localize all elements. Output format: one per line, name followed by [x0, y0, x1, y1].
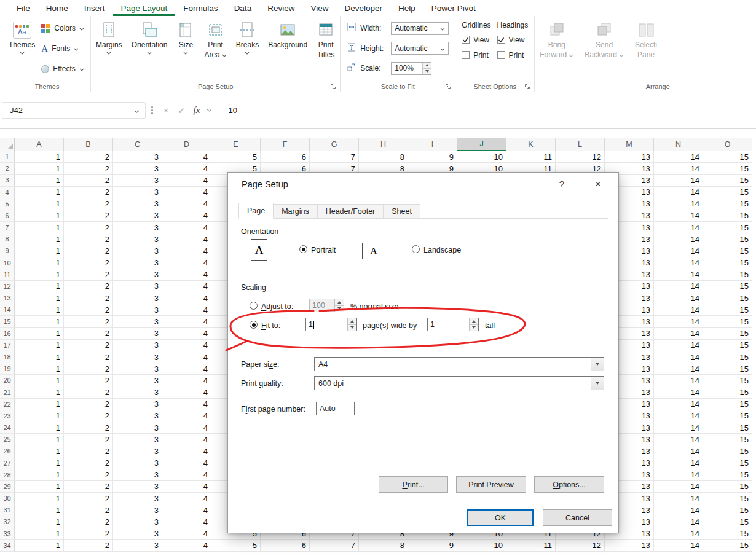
- row-header-22[interactable]: 22: [0, 399, 15, 410]
- cell-C20[interactable]: 3: [113, 375, 162, 386]
- cell-D8[interactable]: 4: [162, 233, 211, 245]
- cell-A33[interactable]: 1: [15, 528, 64, 540]
- dropdown-arrow-icon[interactable]: [591, 358, 604, 371]
- effects-button[interactable]: Effects: [39, 62, 87, 76]
- cell-A4[interactable]: 1: [15, 187, 64, 198]
- height-dropdown[interactable]: Automatic: [391, 42, 449, 55]
- selection-pane-button[interactable]: Selecti Pane: [632, 17, 660, 81]
- cell-C26[interactable]: 3: [113, 445, 162, 457]
- cell-N21[interactable]: 14: [654, 386, 703, 398]
- cell-A1[interactable]: 1: [15, 151, 64, 163]
- print-titles-button[interactable]: Print Titles: [314, 17, 337, 81]
- cell-O4[interactable]: 15: [703, 187, 752, 198]
- cell-B19[interactable]: 2: [64, 363, 113, 375]
- row-header-20[interactable]: 20: [0, 375, 15, 386]
- cell-N18[interactable]: 14: [654, 351, 703, 363]
- row-header-13[interactable]: 13: [0, 292, 15, 304]
- cell-A10[interactable]: 1: [15, 257, 64, 269]
- fit-to-radio[interactable]: [250, 321, 258, 329]
- cell-A16[interactable]: 1: [15, 328, 64, 340]
- cell-N34[interactable]: 14: [654, 540, 703, 552]
- row-header-4[interactable]: 4: [0, 187, 15, 198]
- cell-A22[interactable]: 1: [15, 399, 64, 410]
- cell-B24[interactable]: 2: [64, 422, 113, 434]
- cell-D27[interactable]: 4: [162, 457, 211, 469]
- row-header-31[interactable]: 31: [0, 504, 15, 516]
- cell-D3[interactable]: 4: [162, 175, 211, 186]
- cell-J34[interactable]: 10: [457, 540, 506, 552]
- cell-O1[interactable]: 15: [703, 151, 752, 163]
- cell-B9[interactable]: 2: [64, 245, 113, 257]
- row-header-2[interactable]: 2: [0, 163, 15, 175]
- cell-D6[interactable]: 4: [162, 210, 211, 222]
- cell-B18[interactable]: 2: [64, 351, 113, 363]
- cell-D20[interactable]: 4: [162, 375, 211, 386]
- menu-tab-developer[interactable]: Developer: [336, 0, 390, 16]
- cell-C14[interactable]: 3: [113, 304, 162, 316]
- cell-C18[interactable]: 3: [113, 351, 162, 363]
- cell-A2[interactable]: 1: [15, 163, 64, 175]
- cell-K1[interactable]: 11: [506, 151, 556, 163]
- cell-B32[interactable]: 2: [64, 516, 113, 528]
- colors-button[interactable]: Colors: [39, 22, 87, 35]
- spin-up-button[interactable]: [335, 299, 344, 305]
- formula-bar-handle[interactable]: [151, 106, 153, 114]
- cell-B20[interactable]: 2: [64, 375, 113, 386]
- cell-O5[interactable]: 15: [703, 198, 752, 210]
- cell-N22[interactable]: 14: [654, 399, 703, 410]
- cell-D16[interactable]: 4: [162, 328, 211, 340]
- cell-D21[interactable]: 4: [162, 386, 211, 398]
- cell-M34[interactable]: 13: [605, 540, 654, 552]
- cell-B34[interactable]: 2: [64, 540, 113, 552]
- cell-B21[interactable]: 2: [64, 386, 113, 398]
- cell-F34[interactable]: 6: [261, 540, 310, 552]
- cell-D26[interactable]: 4: [162, 445, 211, 457]
- cell-D14[interactable]: 4: [162, 304, 211, 316]
- portrait-radio[interactable]: [299, 245, 307, 253]
- cell-H1[interactable]: 8: [359, 151, 408, 163]
- cell-C29[interactable]: 3: [113, 481, 162, 493]
- cell-O7[interactable]: 15: [703, 222, 752, 233]
- menu-tab-view[interactable]: View: [302, 0, 336, 16]
- dialog-tab-sheet[interactable]: Sheet: [384, 204, 420, 218]
- cell-A21[interactable]: 1: [15, 386, 64, 398]
- cell-D28[interactable]: 4: [162, 469, 211, 481]
- cell-C6[interactable]: 3: [113, 210, 162, 222]
- row-header-17[interactable]: 17: [0, 340, 15, 351]
- fit-pages-tall-spinner[interactable]: 1: [427, 318, 479, 331]
- cell-D4[interactable]: 4: [162, 187, 211, 198]
- cell-O20[interactable]: 15: [703, 375, 752, 386]
- cell-B31[interactable]: 2: [64, 504, 113, 516]
- cell-C32[interactable]: 3: [113, 516, 162, 528]
- paper-size-dropdown[interactable]: A4: [314, 357, 604, 371]
- cell-B26[interactable]: 2: [64, 445, 113, 457]
- cell-N11[interactable]: 14: [654, 269, 703, 281]
- cell-O16[interactable]: 15: [703, 328, 752, 340]
- cell-B11[interactable]: 2: [64, 269, 113, 281]
- cell-M1[interactable]: 13: [605, 151, 654, 163]
- cell-C23[interactable]: 3: [113, 410, 162, 422]
- first-page-number-input[interactable]: Auto: [316, 402, 355, 415]
- cell-B7[interactable]: 2: [64, 222, 113, 233]
- cell-A7[interactable]: 1: [15, 222, 64, 233]
- adjust-to-radio[interactable]: [250, 302, 258, 310]
- column-header-D[interactable]: D: [162, 138, 211, 151]
- cell-N30[interactable]: 14: [654, 493, 703, 504]
- cell-F1[interactable]: 6: [261, 151, 310, 163]
- cell-N3[interactable]: 14: [654, 175, 703, 186]
- row-header-9[interactable]: 9: [0, 245, 15, 257]
- cell-D31[interactable]: 4: [162, 504, 211, 516]
- row-header-28[interactable]: 28: [0, 469, 15, 481]
- cell-N1[interactable]: 14: [654, 151, 703, 163]
- column-header-L[interactable]: L: [556, 138, 605, 151]
- cell-D2[interactable]: 4: [162, 163, 211, 175]
- cell-N9[interactable]: 14: [654, 245, 703, 257]
- cell-C2[interactable]: 3: [113, 163, 162, 175]
- cell-N29[interactable]: 14: [654, 481, 703, 493]
- cell-D25[interactable]: 4: [162, 434, 211, 445]
- cell-C13[interactable]: 3: [113, 292, 162, 304]
- cell-A24[interactable]: 1: [15, 422, 64, 434]
- cell-B14[interactable]: 2: [64, 304, 113, 316]
- cell-C3[interactable]: 3: [113, 175, 162, 186]
- cell-A8[interactable]: 1: [15, 233, 64, 245]
